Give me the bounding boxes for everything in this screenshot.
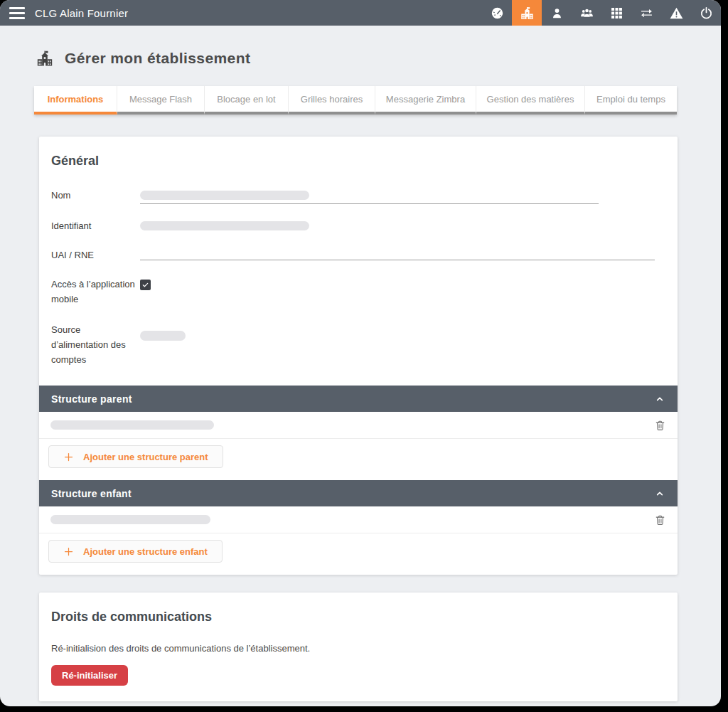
structure-enfant-row [39, 506, 678, 533]
chevron-up-icon[interactable] [654, 393, 665, 405]
add-structure-enfant-button[interactable]: Ajouter une structure enfant [48, 540, 223, 563]
tab-messagerie-zimbra[interactable]: Messagerie Zimbra [375, 86, 476, 115]
mobile-access-label: Accès à l’application mobile [51, 277, 140, 307]
trash-icon[interactable] [654, 419, 666, 432]
tab-informations[interactable]: Informations [34, 86, 117, 115]
tab-message-flash[interactable]: Message Flash [117, 86, 205, 115]
structure-enfant-header[interactable]: Structure enfant [39, 480, 678, 506]
tab-gestion-des-matieres[interactable]: Gestion des matières [476, 86, 585, 115]
school-icon[interactable] [512, 0, 542, 26]
communications-card: Droits de communications Ré-initialision… [39, 593, 678, 701]
structure-parent-value-placeholder [50, 420, 214, 430]
warning-icon[interactable] [661, 0, 691, 26]
identifiant-value [140, 218, 662, 230]
structure-parent-title: Structure parent [51, 393, 132, 405]
nom-input[interactable] [140, 188, 662, 204]
general-heading: Général [39, 137, 678, 169]
communications-description: Ré-initialision des droits de communicat… [39, 643, 678, 654]
page-header: Gérer mon établissement [0, 26, 721, 68]
source-value [140, 322, 662, 341]
power-icon[interactable] [691, 0, 721, 26]
mobile-access-checkbox[interactable] [140, 280, 151, 290]
field-row-source: Source d’alimentation des comptes [51, 322, 662, 367]
app-window: CLG Alain Fournier [0, 0, 721, 706]
user-icon[interactable] [542, 0, 572, 26]
apps-grid-icon[interactable] [601, 0, 631, 26]
page-title: Gérer mon établissement [65, 50, 250, 67]
add-structure-parent-label: Ajouter une structure parent [83, 452, 208, 462]
field-row-mobile-access: Accès à l’application mobile [51, 277, 662, 308]
topbar-icon-nav [482, 0, 721, 26]
source-label: Source d’alimentation des comptes [51, 322, 140, 367]
identifiant-value-placeholder [140, 221, 309, 230]
chevron-up-icon[interactable] [654, 488, 665, 499]
structure-parent-actions: Ajouter une structure parent [39, 439, 678, 480]
topbar: CLG Alain Fournier [0, 0, 721, 26]
nom-input-underline [140, 203, 599, 204]
school-icon [36, 49, 54, 68]
add-structure-parent-button[interactable]: Ajouter une structure parent [48, 445, 223, 468]
dashboard-icon[interactable] [482, 0, 512, 26]
structure-parent-header[interactable]: Structure parent [39, 386, 678, 412]
field-row-nom: Nom [51, 188, 662, 204]
general-form: Nom Identifiant UAI / RNE Accès à [39, 169, 678, 386]
uai-input-underline [140, 260, 655, 260]
uai-label: UAI / RNE [51, 248, 140, 262]
source-value-placeholder [140, 331, 186, 341]
check-icon [141, 281, 149, 289]
field-row-identifiant: Identifiant [51, 218, 662, 233]
tab-emploi-du-temps[interactable]: Emploi du temps [585, 86, 677, 115]
structure-parent-row [39, 412, 678, 439]
plus-icon [63, 452, 74, 462]
mobile-access-control [140, 277, 662, 290]
add-structure-enfant-label: Ajouter une structure enfant [83, 546, 208, 557]
communications-heading: Droits de communications [39, 610, 678, 625]
structure-enfant-actions: Ajouter une structure enfant [39, 533, 678, 575]
uai-input[interactable] [140, 248, 662, 260]
identifiant-label: Identifiant [51, 218, 140, 233]
field-row-uai: UAI / RNE [51, 248, 662, 262]
nom-value-placeholder [140, 191, 309, 200]
trash-icon[interactable] [654, 514, 666, 526]
topbar-title: CLG Alain Fournier [35, 7, 128, 19]
reinitialiser-button[interactable]: Ré-initialiser [51, 665, 128, 686]
tab-bar: Informations Message Flash Blocage en lo… [34, 86, 677, 115]
general-card: Général Nom Identifiant UAI / RNE [39, 137, 678, 575]
structure-enfant-title: Structure enfant [51, 488, 132, 499]
tab-grilles-horaires[interactable]: Grilles horaires [289, 86, 375, 115]
users-icon[interactable] [572, 0, 601, 26]
tab-blocage-en-lot[interactable]: Blocage en lot [205, 86, 289, 115]
structure-enfant-value-placeholder [50, 515, 210, 524]
transfer-icon[interactable] [631, 0, 661, 26]
nom-label: Nom [51, 188, 140, 203]
menu-icon[interactable] [9, 7, 25, 19]
plus-icon [63, 546, 74, 557]
